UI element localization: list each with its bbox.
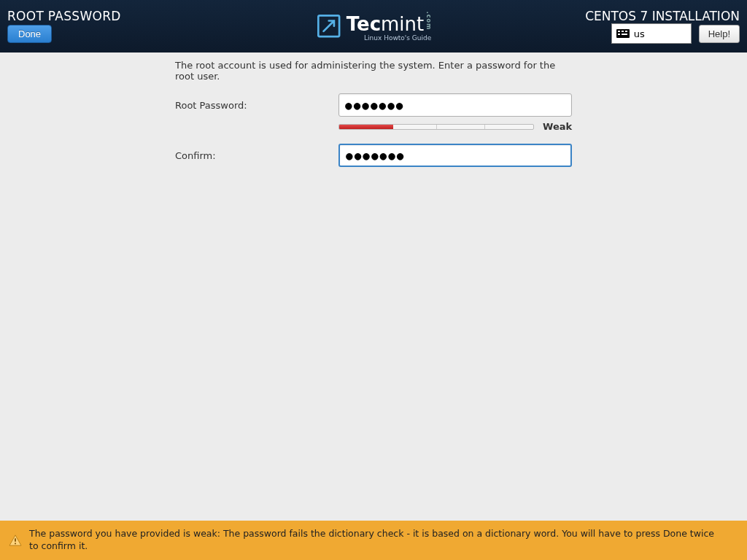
confirm-password-label: Confirm: bbox=[175, 150, 338, 161]
keyboard-layout-selector[interactable]: us bbox=[611, 23, 692, 44]
warning-icon bbox=[9, 534, 22, 546]
password-strength-fill bbox=[339, 125, 393, 129]
root-password-input[interactable] bbox=[338, 93, 572, 117]
password-strength-label: Weak bbox=[543, 121, 572, 132]
installer-title: CENTOS 7 INSTALLATION bbox=[585, 9, 740, 23]
tecmint-logo-icon bbox=[316, 13, 342, 39]
intro-text: The root account is used for administeri… bbox=[175, 60, 576, 82]
logo-suffix: .com bbox=[425, 12, 431, 31]
brand-logo: Tecmint .com Linux Howto's Guide bbox=[316, 12, 432, 42]
installer-header: ROOT PASSWORD Done Tecmint .com Linux Ho… bbox=[0, 0, 747, 52]
logo-text-left: Tec bbox=[347, 14, 381, 33]
password-strength-meter bbox=[338, 124, 534, 130]
keyboard-layout-label: us bbox=[634, 28, 645, 39]
keyboard-icon bbox=[616, 29, 630, 38]
page-title: ROOT PASSWORD bbox=[7, 9, 121, 23]
warning-banner: The password you have provided is weak: … bbox=[0, 521, 747, 560]
confirm-password-input[interactable] bbox=[338, 144, 572, 167]
svg-rect-1 bbox=[15, 538, 16, 541]
form-area: The root account is used for administeri… bbox=[175, 60, 576, 171]
svg-rect-2 bbox=[15, 543, 16, 545]
logo-tagline: Linux Howto's Guide bbox=[347, 34, 432, 41]
help-button[interactable]: Help! bbox=[699, 25, 740, 43]
done-button[interactable]: Done bbox=[7, 25, 52, 43]
logo-text-right: mint bbox=[381, 14, 424, 33]
warning-message: The password you have provided is weak: … bbox=[29, 528, 715, 553]
root-password-label: Root Password: bbox=[175, 100, 338, 111]
